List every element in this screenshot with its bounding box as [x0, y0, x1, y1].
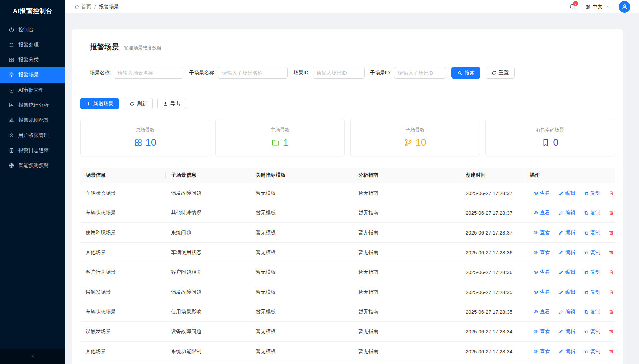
export-icon: [163, 101, 168, 106]
actions-row: 新增场景刷新导出: [80, 93, 615, 119]
row-action-copy[interactable]: 复制: [584, 190, 600, 196]
row-action-copy[interactable]: 复制: [584, 229, 600, 236]
breadcrumb-home[interactable]: 首页: [74, 4, 91, 10]
sidebar-item-label: 报警场景: [18, 72, 39, 78]
row-action-copy[interactable]: 复制: [584, 269, 600, 275]
add-scene-button[interactable]: 新增场景: [80, 98, 119, 109]
row-action-copy[interactable]: 复制: [584, 249, 600, 256]
filter-field: 场景ID:: [293, 67, 364, 79]
avatar[interactable]: [619, 1, 630, 13]
row-action-copy[interactable]: 复制: [584, 210, 600, 216]
page-subtitle: 管理场景维度数据: [124, 45, 161, 51]
sidebar-item[interactable]: 报警规则配置: [0, 113, 65, 128]
row-action-edit[interactable]: 编辑: [558, 249, 575, 256]
row-action-view[interactable]: 查看: [533, 190, 550, 196]
cell-created: 2025-06-27 17:28:35: [460, 282, 524, 302]
row-action-delete[interactable]: 删除: [609, 328, 615, 335]
row-action-edit[interactable]: 编辑: [558, 190, 575, 196]
row-action-copy[interactable]: 复制: [584, 309, 600, 315]
row-action-edit[interactable]: 编辑: [558, 348, 575, 355]
eye-icon: [533, 250, 538, 255]
search-button[interactable]: 搜索: [451, 67, 480, 79]
row-action-view[interactable]: 查看: [533, 210, 550, 216]
stats-row: 总场景数10主场景数1子场景数10有指南的场景0: [80, 119, 615, 168]
row-action-delete[interactable]: 删除: [609, 210, 615, 216]
row-action-view[interactable]: 查看: [533, 309, 550, 315]
filter-input[interactable]: [313, 67, 365, 79]
sidebar-item[interactable]: 智能预测预警: [0, 158, 65, 173]
sidebar-item[interactable]: 报警统计分析: [0, 98, 65, 113]
row-action-edit[interactable]: 编辑: [558, 309, 575, 315]
scene-table: 场景信息子场景信息关键指标模板分析指南创建时间操作 车辆状态场景偶发故障问题暂无…: [80, 168, 615, 361]
row-action-edit[interactable]: 编辑: [558, 289, 575, 295]
sidebar-item[interactable]: 控制台: [0, 22, 65, 37]
sidebar-item[interactable]: AI审批管理: [0, 83, 65, 98]
row-action-delete[interactable]: 删除: [609, 190, 615, 196]
cell-guide: 暂无指南: [353, 243, 460, 262]
copy-icon: [584, 210, 589, 215]
notifications-button[interactable]: 5: [569, 3, 576, 11]
edit-icon: [558, 309, 564, 314]
filter-label: 子场景名称:: [189, 70, 215, 76]
row-action-edit[interactable]: 编辑: [558, 210, 575, 216]
filter-input[interactable]: [114, 67, 183, 79]
row-action-view[interactable]: 查看: [533, 249, 550, 256]
row-action-view[interactable]: 查看: [533, 229, 550, 236]
row-action-copy[interactable]: 复制: [584, 289, 600, 295]
reset-button[interactable]: 重置: [486, 67, 515, 79]
row-action-copy[interactable]: 复制: [584, 328, 600, 335]
eye-icon: [533, 309, 538, 314]
row-action-delete[interactable]: 删除: [609, 289, 615, 295]
sidebar: AI报警控制台 控制台报警处理报警分类报警场景AI审批管理报警统计分析报警规则配…: [0, 0, 65, 364]
breadcrumb-home-label: 首页: [81, 4, 91, 10]
sidebar-item[interactable]: 报警场景: [0, 67, 65, 83]
search-button-label: 搜索: [465, 70, 475, 76]
table-row: 其他场景系统功能限制暂无模板暂无指南2025-06-27 17:28:34查看编…: [80, 342, 615, 361]
cell-guide: 暂无指南: [353, 282, 460, 302]
column-header: 关键指标模板: [250, 168, 353, 183]
sidebar-item[interactable]: 用户权限管理: [0, 128, 65, 143]
cell-created: 2025-06-27 17:28:34: [460, 322, 524, 341]
row-action-delete[interactable]: 删除: [609, 269, 615, 275]
column-header: 分析指南: [353, 168, 460, 183]
row-action-delete[interactable]: 删除: [609, 348, 615, 355]
row-action-delete[interactable]: 删除: [609, 229, 615, 236]
app-title: AI报警控制台: [0, 0, 65, 22]
table-row: 其他场景车辆使用状态暂无模板暂无指南2025-06-27 17:28:36查看编…: [80, 243, 615, 262]
filter-input[interactable]: [394, 67, 446, 79]
filter-row: 场景名称:子场景名称:场景ID:子场景ID: 搜索 重置: [80, 67, 615, 93]
row-action-view[interactable]: 查看: [533, 328, 550, 335]
cell-scene: 车辆状态场景: [80, 203, 166, 222]
filter-input[interactable]: [218, 67, 288, 79]
sidebar-item[interactable]: 报警日志追踪: [0, 143, 65, 158]
row-action-edit[interactable]: 编辑: [558, 229, 575, 236]
copy-icon: [584, 230, 589, 235]
row-action-delete[interactable]: 删除: [609, 249, 615, 256]
sidebar-item[interactable]: 报警分类: [0, 52, 65, 67]
search-icon: [457, 70, 462, 75]
row-action-edit[interactable]: 编辑: [558, 328, 575, 335]
cell-template: 暂无模板: [250, 183, 353, 203]
filter-label: 子场景ID:: [370, 70, 391, 76]
log-icon: [9, 148, 14, 153]
row-action-view[interactable]: 查看: [533, 269, 550, 275]
cell-guide: 暂无指南: [353, 322, 460, 341]
cell-sub-scene: 客户问题相关: [166, 262, 250, 282]
sidebar-collapse-button[interactable]: [0, 349, 65, 364]
row-action-edit[interactable]: 编辑: [558, 269, 575, 275]
cell-sub-scene: 车辆使用状态: [166, 243, 250, 262]
cell-scene: 其他场景: [80, 342, 166, 361]
edit-icon: [558, 250, 564, 255]
sidebar-item[interactable]: 报警处理: [0, 37, 65, 52]
chevron-down-icon: [605, 5, 609, 9]
language-selector[interactable]: 中文: [585, 4, 609, 10]
topbar: 首页 / 报警场景 5 中文: [65, 0, 639, 13]
row-action-view[interactable]: 查看: [533, 289, 550, 295]
refresh-button[interactable]: 刷新: [124, 98, 153, 109]
export-button[interactable]: 导出: [157, 98, 186, 109]
row-action-delete[interactable]: 删除: [609, 309, 615, 315]
row-action-view[interactable]: 查看: [533, 348, 550, 355]
delete-icon: [609, 230, 614, 235]
row-action-copy[interactable]: 复制: [584, 348, 600, 355]
cell-actions: 查看编辑复制删除: [524, 282, 615, 302]
